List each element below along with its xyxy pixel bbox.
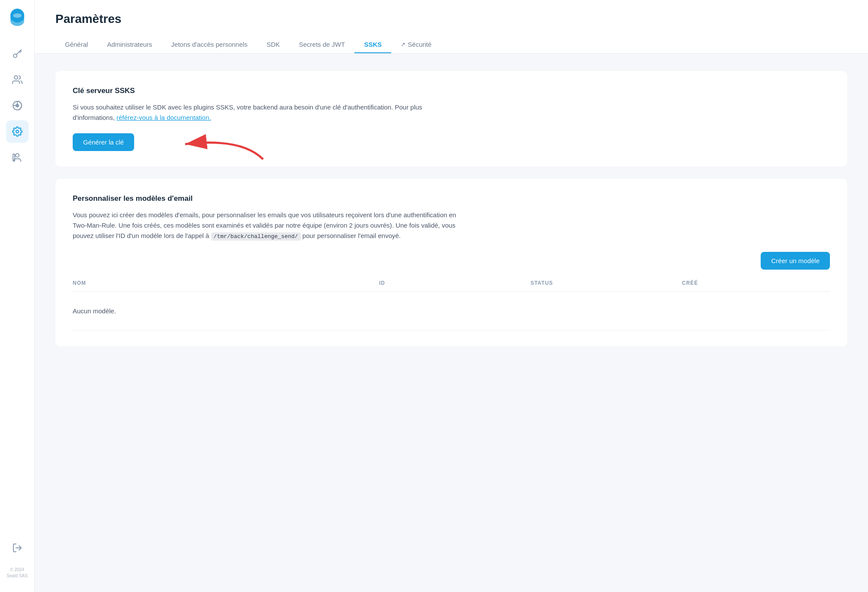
tab-admins[interactable]: Administrateurs xyxy=(97,36,161,53)
sidebar-item-logout[interactable] xyxy=(6,537,29,559)
generate-key-button[interactable]: Générer la clé xyxy=(73,133,134,151)
app-logo xyxy=(8,9,27,29)
sidebar-nav xyxy=(6,42,29,537)
col-cree: CRÉÉ xyxy=(678,280,830,286)
svg-point-9 xyxy=(16,154,19,157)
sidebar-item-contacts[interactable] xyxy=(6,146,29,169)
page-title: Paramètres xyxy=(55,12,847,26)
content-area: Clé serveur SSKS Si vous souhaitez utili… xyxy=(35,54,868,592)
main-content: Paramètres Général Administrateurs Jeton… xyxy=(35,0,868,592)
sidebar-item-keys[interactable] xyxy=(6,42,29,65)
create-template-button[interactable]: Créer un modèle xyxy=(761,252,830,270)
external-link-icon: ↗ xyxy=(401,41,405,48)
sidebar: © 2024Seald SAS xyxy=(0,0,35,592)
email-templates-description: Vous pouvez ici créer des modèles d'emai… xyxy=(73,210,462,241)
ssks-key-title: Clé serveur SSKS xyxy=(73,87,830,95)
col-status: STATUS xyxy=(527,280,678,286)
tab-jwt[interactable]: Secrets de JWT xyxy=(289,36,355,53)
generate-key-row: Générer la clé xyxy=(73,133,830,151)
ssks-key-description: Si vous souhaitez utiliser le SDK avec l… xyxy=(73,102,462,123)
tab-ssks[interactable]: SSKS xyxy=(354,36,391,53)
create-button-row: Créer un modèle xyxy=(73,252,830,270)
code-snippet: /tmr/back/challenge_send/ xyxy=(211,232,301,241)
sidebar-footer: © 2024Seald SAS xyxy=(6,537,29,583)
documentation-link[interactable]: référez-vous à la documentation. xyxy=(116,114,211,121)
sidebar-item-settings[interactable] xyxy=(6,120,29,143)
svg-point-3 xyxy=(13,13,22,18)
email-templates-section: Personnaliser les modèles d'email Vous p… xyxy=(55,179,847,346)
svg-point-8 xyxy=(16,130,19,133)
svg-point-4 xyxy=(13,54,17,58)
col-id: ID xyxy=(376,280,527,286)
tab-security[interactable]: ↗ Sécurité xyxy=(391,36,441,53)
sidebar-item-analytics[interactable] xyxy=(6,94,29,117)
tab-bar: Général Administrateurs Jetons d'accès p… xyxy=(55,36,847,53)
svg-point-5 xyxy=(14,76,18,79)
table-header: NOM ID STATUS CRÉÉ xyxy=(73,280,830,292)
tab-tokens[interactable]: Jetons d'accès personnels xyxy=(162,36,257,53)
page-header: Paramètres Général Administrateurs Jeton… xyxy=(35,0,868,54)
svg-point-7 xyxy=(16,104,19,107)
tab-general[interactable]: Général xyxy=(55,36,97,53)
empty-message: Aucun modèle. xyxy=(73,299,376,322)
col-nom: NOM xyxy=(73,280,376,286)
templates-table: NOM ID STATUS CRÉÉ Aucun modèle. xyxy=(73,280,830,331)
tab-sdk[interactable]: SDK xyxy=(257,36,289,53)
ssks-key-section: Clé serveur SSKS Si vous souhaitez utili… xyxy=(55,71,847,167)
email-templates-title: Personnaliser les modèles d'email xyxy=(73,194,830,203)
copyright-text: © 2024Seald SAS xyxy=(6,563,27,583)
annotation-arrow xyxy=(172,129,267,164)
table-empty-row: Aucun modèle. xyxy=(73,292,830,331)
sidebar-item-users[interactable] xyxy=(6,68,29,91)
